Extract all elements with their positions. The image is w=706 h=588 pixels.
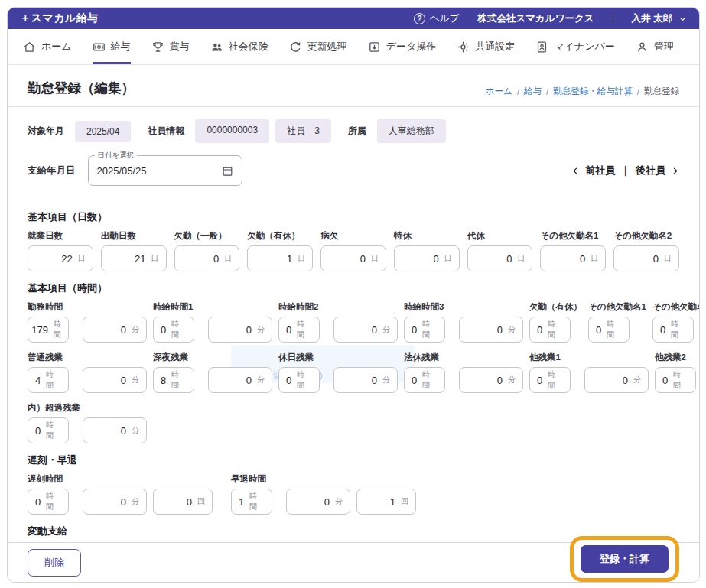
breadcrumb-attendance-calc[interactable]: 勤怠登録・給与計算 <box>553 86 633 97</box>
next-employee-link[interactable]: 後社員 <box>636 164 665 177</box>
input-value: 0 <box>596 324 601 336</box>
nav-item-admin[interactable]: 管理 <box>636 29 674 64</box>
number-input[interactable]: 8 時間 <box>153 367 194 393</box>
number-input[interactable]: 0 時間 <box>652 317 694 343</box>
number-input[interactable]: 1 回 <box>356 489 416 515</box>
input-unit: 分 <box>132 425 139 436</box>
number-input[interactable]: 0 分 <box>83 367 147 393</box>
chevron-left-icon[interactable] <box>571 166 580 176</box>
day-field: その他欠勤名2 0 日 <box>613 230 679 271</box>
number-input[interactable]: 4 時間 <box>28 367 69 393</box>
employee-info-label: 社員情報 <box>148 125 184 138</box>
number-input[interactable]: 0 日 <box>540 245 606 271</box>
input-unit: 時間 <box>297 369 312 391</box>
chevron-right-icon[interactable] <box>671 166 679 176</box>
social-insurance-icon <box>210 41 223 54</box>
number-input[interactable]: 0 分 <box>333 367 398 393</box>
number-input[interactable]: 179 時間 <box>28 317 69 343</box>
day-field: 特休 0 日 <box>394 230 460 271</box>
number-input[interactable]: 0 分 <box>83 317 147 343</box>
employee-code-chip: 0000000003 <box>195 119 269 143</box>
nav-item-bonus[interactable]: 賞与 <box>151 29 190 64</box>
input-value: 0 <box>372 324 377 336</box>
input-value: 22 <box>61 253 72 265</box>
number-input[interactable]: 0 日 <box>394 245 460 271</box>
number-input[interactable]: 0 分 <box>459 317 523 343</box>
input-value: 0 <box>653 253 659 265</box>
number-input[interactable]: 0 時間 <box>404 317 445 343</box>
breadcrumb-home[interactable]: ホーム <box>486 86 512 97</box>
nav-item-home[interactable]: ホーム <box>23 29 72 64</box>
breadcrumb: ホーム / 給与 / 勤怠登録・給与計算 / 勤怠登録 <box>486 86 679 97</box>
day-field: 代休 0 日 <box>467 230 533 271</box>
breadcrumb-payroll[interactable]: 給与 <box>524 86 542 97</box>
number-input[interactable]: 0 分 <box>333 317 398 343</box>
nav-item-mynumber[interactable]: マイナンバー <box>535 29 615 64</box>
late-field-group: 遅刻時間 0 時間 0 <box>28 473 213 515</box>
number-input[interactable]: 0 日 <box>467 245 533 271</box>
help-button[interactable]: ? ヘルプ <box>414 12 459 25</box>
prev-employee-link[interactable]: 前社員 <box>585 164 615 177</box>
number-input[interactable]: 0 分 <box>83 489 147 515</box>
input-value: 0 <box>286 375 291 386</box>
user-menu[interactable]: 入井 太郎 <box>632 12 687 25</box>
number-input[interactable]: 0 時間 <box>588 317 630 343</box>
home-icon <box>23 41 36 54</box>
number-input[interactable]: 0 日 <box>613 245 679 271</box>
input-unit: 日 <box>151 253 159 264</box>
number-input[interactable]: 0 時間 <box>529 367 571 393</box>
number-input[interactable]: 0 分 <box>83 417 147 443</box>
settings-icon <box>457 41 470 54</box>
input-unit: 日 <box>298 253 305 264</box>
number-input[interactable]: 0 分 <box>286 489 350 515</box>
input-unit: 時間 <box>673 369 688 391</box>
app-logo[interactable]: ＋スマカル給与 <box>20 11 99 25</box>
field-label: 欠勤（一般） <box>174 230 240 242</box>
number-input[interactable]: 0 時間 <box>153 317 194 343</box>
input-unit: 時間 <box>54 319 61 340</box>
number-input[interactable]: 0 時間 <box>278 317 320 343</box>
input-value: 0 <box>121 425 126 437</box>
input-value: 0 <box>506 253 512 265</box>
number-input[interactable]: 0 日 <box>320 245 386 271</box>
input-value: 8 <box>161 375 166 386</box>
number-input[interactable]: 0 時間 <box>28 417 69 443</box>
chevron-down-icon <box>678 15 687 23</box>
number-input[interactable]: 0 時間 <box>28 489 69 515</box>
number-input[interactable]: 22 日 <box>28 245 93 271</box>
payday-input[interactable]: 日付を選択 2025/05/25 <box>88 155 242 186</box>
calendar-icon[interactable] <box>222 165 233 177</box>
number-input[interactable]: 0 時間 <box>529 317 571 343</box>
number-input[interactable]: 0 分 <box>208 367 272 393</box>
number-input[interactable]: 0 時間 <box>655 367 696 393</box>
register-calculate-button[interactable]: 登録・計算 <box>581 545 669 573</box>
number-input[interactable]: 0 時間 <box>278 367 320 393</box>
nav-item-payroll[interactable]: 給与 <box>93 29 131 64</box>
number-input[interactable]: 0 分 <box>584 367 649 393</box>
input-value: 0 <box>161 324 166 336</box>
page-title: 勤怠登録（編集） <box>28 79 135 97</box>
number-input[interactable]: 0 分 <box>459 367 523 393</box>
field-label: 勤務時間 <box>28 301 147 313</box>
nav-item-social-insurance[interactable]: 社会保険 <box>210 29 268 64</box>
employee-pager: 前社員 ｜ 後社員 <box>571 164 679 177</box>
number-input[interactable]: 1 時間 <box>231 489 272 515</box>
input-value: 0 <box>121 324 126 336</box>
number-input[interactable]: 0 回 <box>153 489 213 515</box>
delete-button[interactable]: 削除 <box>28 549 81 577</box>
nav-item-data-operation[interactable]: データ操作 <box>368 29 437 64</box>
input-unit: 時間 <box>548 319 563 340</box>
nav-item-update[interactable]: 更新処理 <box>289 29 347 64</box>
payday-label: 支給年月日 <box>28 164 76 177</box>
number-input[interactable]: 1 日 <box>247 245 313 271</box>
input-value: 0 <box>372 375 377 386</box>
nav-item-settings[interactable]: 共通設定 <box>457 29 515 64</box>
number-input[interactable]: 0 日 <box>174 245 240 271</box>
breadcrumb-current: 勤怠登録 <box>644 86 679 97</box>
number-input[interactable]: 21 日 <box>101 245 167 271</box>
number-input[interactable]: 0 時間 <box>404 367 445 393</box>
input-value: 0 <box>286 324 291 336</box>
number-input[interactable]: 0 分 <box>208 317 272 343</box>
topbar-divider <box>613 13 613 24</box>
input-unit: 時間 <box>46 369 61 391</box>
